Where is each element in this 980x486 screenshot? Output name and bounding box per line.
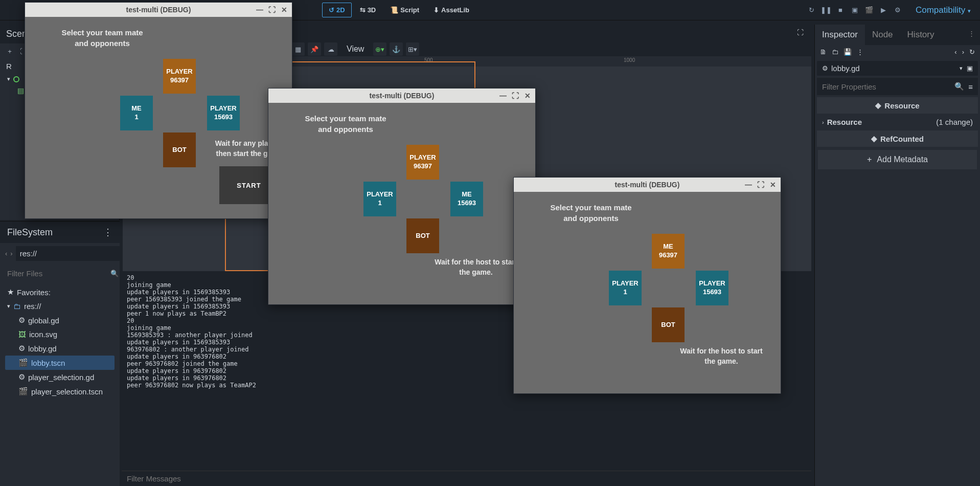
file-row[interactable]: ⚙ player_selection.gd — [5, 370, 115, 384]
plus-tool-icon[interactable]: ⊕▾ — [373, 42, 386, 56]
player-card-left[interactable]: PLAYER1 — [363, 182, 396, 216]
lobby-prompt: Select your team mate and opponents — [412, 202, 770, 224]
mode-3d-tab[interactable]: ⇆ 3D — [354, 3, 382, 17]
inspector-dock: Inspector Node History ⋮ 🗎 🗀 💾 ⋮ ‹ › ↻ ⚙… — [814, 25, 980, 486]
game-debug-window-2: test-multi (DEBUG) — ⛶ ✕ Select your tea… — [268, 88, 536, 305]
player-card-bot[interactable]: BOT — [163, 132, 196, 167]
img-icon: 🖼 — [18, 330, 26, 339]
select-tool-icon[interactable]: ▦ — [291, 42, 305, 56]
filesystem-filter-input[interactable] — [5, 267, 106, 280]
inspected-script-name[interactable]: lobby.gd — [831, 64, 960, 73]
maximize-icon[interactable]: ⛶ — [510, 90, 521, 101]
view-menu[interactable]: View — [340, 42, 370, 56]
scene-icon: 🎬 — [18, 387, 28, 396]
player-card-right[interactable]: PLAYER15693 — [696, 271, 728, 305]
category-refcounted: ◆ RefCounted — [817, 130, 978, 147]
node-tab[interactable]: Node — [865, 25, 900, 45]
pause-icon[interactable]: ❚❚ — [822, 6, 831, 15]
open-script-icon[interactable]: ▣ — [967, 64, 973, 72]
gear-icon: ⚙ — [18, 316, 25, 325]
node2d-icon — [13, 76, 19, 82]
history-refresh-icon[interactable]: ↻ — [969, 48, 975, 56]
inspector-tab[interactable]: Inspector — [815, 25, 865, 45]
chevron-down-icon[interactable]: ▾ — [960, 65, 963, 72]
minimize-icon[interactable]: — — [254, 4, 265, 15]
window-titlebar[interactable]: test-multi (DEBUG) — ⛶ ✕ — [514, 178, 781, 192]
gear-icon: ⚙ — [18, 372, 25, 382]
path-input[interactable] — [16, 246, 121, 261]
refresh-icon[interactable]: ↻ — [807, 6, 816, 15]
file-row[interactable]: ⚙ global.gd — [5, 313, 115, 327]
mode-assetlib-tab[interactable]: ⬇ AssetLib — [427, 3, 475, 17]
lock-tool-icon[interactable]: ☁ — [324, 42, 337, 56]
maximize-icon[interactable]: ⛶ — [755, 179, 766, 190]
scene-icon: 🎬 — [18, 358, 28, 367]
ruler-tick: 1000 — [624, 57, 635, 63]
file-row[interactable]: 🎬 lobby.tscn — [5, 356, 115, 370]
filter-options-icon[interactable]: ≡ — [968, 82, 973, 91]
player-card-left[interactable]: PLAYER1 — [609, 271, 642, 305]
filter-properties-input[interactable]: Filter Properties — [822, 82, 954, 91]
history-fwd-icon[interactable]: › — [962, 48, 964, 56]
player-card-top[interactable]: PLAYER96397 — [163, 59, 196, 94]
lobby-prompt: Select your team mate and opponents — [166, 113, 525, 135]
add-metadata-button[interactable]: +Add Metadata — [818, 150, 977, 169]
mode-script-tab[interactable]: 📜 Script — [384, 3, 425, 17]
minimize-icon[interactable]: — — [743, 179, 754, 190]
property-resource[interactable]: › Resource (1 change) — [817, 115, 978, 129]
player-card-left[interactable]: ME1 — [120, 96, 153, 130]
search-icon[interactable]: 🔍 — [110, 270, 119, 277]
play-scene-icon[interactable]: ▶ — [879, 6, 888, 15]
wait-message: Wait for the host to start the game. — [677, 346, 765, 366]
renderer-select[interactable]: Compatibility ▾ — [911, 3, 975, 17]
viewport-toolbar: ▦ 📌 ☁ View ⊕▾ ⚓ ⊞▾ — [291, 41, 419, 57]
snap-tool-icon[interactable]: 📌 — [308, 42, 321, 56]
file-row[interactable]: 🖼 icon.svg — [5, 327, 115, 341]
close-icon[interactable]: ✕ — [279, 4, 290, 15]
gear-icon: ⚙ — [18, 344, 25, 353]
window-titlebar[interactable]: test-multi (DEBUG) — ⛶ ✕ — [268, 89, 535, 103]
filesystem-dock: FileSystem⋮ ‹ › 🔍 ≡ ★ Favorites: ▾🗀 res:… — [0, 221, 120, 486]
stop-icon[interactable]: ■ — [836, 6, 845, 15]
file-row[interactable]: ⚙ lobby.gd — [5, 341, 115, 356]
player-card-bot[interactable]: BOT — [652, 307, 685, 342]
history-tab[interactable]: History — [900, 25, 942, 45]
history-back-icon[interactable]: ‹ — [954, 48, 956, 56]
settings-icon[interactable]: ⚙ — [893, 6, 902, 15]
player-card-bot[interactable]: BOT — [406, 218, 439, 253]
lobby-prompt: Select your team mate and opponents — [0, 27, 282, 49]
output-filter[interactable]: Filter Messages — [122, 471, 811, 486]
gear-icon: ⚙ — [822, 64, 828, 72]
extra-menu-icon[interactable]: ⋮ — [857, 48, 863, 56]
grid-tool-icon[interactable]: ⊞▾ — [406, 42, 419, 56]
save-resource-icon[interactable]: 💾 — [844, 48, 852, 56]
mode-2d-tab[interactable]: ↺ 2D — [322, 3, 352, 17]
dock-menu-icon[interactable]: ⋮ — [963, 25, 980, 45]
game-debug-window-1: test-multi (DEBUG) — ⛶ ✕ Select your tea… — [25, 2, 292, 219]
expand-viewport-icon[interactable]: ⛶ — [797, 29, 806, 38]
anchor-tool-icon[interactable]: ⚓ — [390, 42, 403, 56]
player-card-top[interactable]: PLAYER96397 — [406, 145, 439, 180]
close-icon[interactable]: ✕ — [767, 179, 779, 190]
minimize-icon[interactable]: — — [497, 90, 509, 101]
maximize-icon[interactable]: ⛶ — [266, 4, 278, 15]
plus-icon: + — [867, 155, 872, 164]
favorites-row[interactable]: ★ Favorites: — [5, 285, 115, 299]
category-resource: ◆ Resource — [817, 97, 978, 114]
back-icon[interactable]: ‹ — [5, 250, 7, 257]
movie-icon[interactable]: 🎬 — [864, 6, 874, 15]
folder-icon: 🗀 — [13, 302, 21, 311]
search-icon[interactable]: 🔍 — [954, 82, 964, 91]
window-titlebar[interactable]: test-multi (DEBUG) — ⛶ ✕ — [25, 3, 292, 17]
open-resource-icon[interactable]: 🗀 — [832, 48, 838, 56]
wait-message: Wait for the host to start the game. — [432, 257, 520, 277]
forward-icon[interactable]: › — [10, 250, 12, 257]
res-root-row[interactable]: ▾🗀 res:// — [5, 299, 115, 313]
new-resource-icon[interactable]: 🗎 — [820, 48, 827, 56]
game-debug-window-3: test-multi (DEBUG) — ⛶ ✕ Select your tea… — [513, 177, 781, 394]
close-icon[interactable]: ✕ — [522, 90, 533, 101]
run-remote-icon[interactable]: ▣ — [850, 6, 859, 15]
dock-menu-icon[interactable]: ⋮ — [103, 227, 112, 238]
player-card-top[interactable]: ME96397 — [652, 234, 685, 269]
file-row[interactable]: 🎬 player_selection.tscn — [5, 384, 115, 399]
